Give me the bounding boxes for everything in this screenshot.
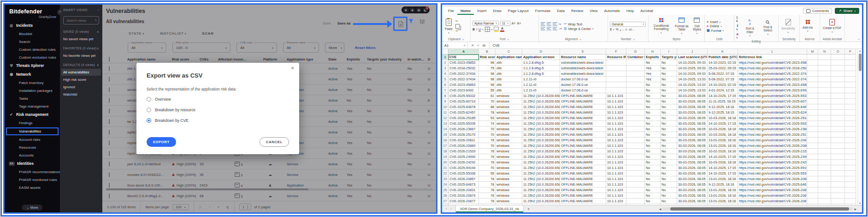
- cell[interactable]: 14-10-2025, 17:15: [708, 121, 738, 127]
- cell[interactable]: No: [661, 132, 677, 138]
- cell[interactable]: windows: [496, 132, 522, 138]
- merge-center-button[interactable]: ▥Merge & Center▾: [564, 27, 594, 30]
- cell[interactable]: [807, 187, 818, 193]
- accounting-format-icon[interactable]: $: [610, 28, 612, 31]
- cell[interactable]: 11 25h2 (10.0.26200.6584: [522, 171, 560, 176]
- cell[interactable]: [831, 187, 845, 193]
- cell[interactable]: [807, 66, 818, 71]
- row-number[interactable]: 9: [442, 99, 449, 104]
- cell[interactable]: OFFLINE-MALWARE: [560, 187, 606, 193]
- font-size-select[interactable]: 11▾: [500, 21, 510, 26]
- cell[interactable]: [818, 149, 831, 154]
- align-top-icon[interactable]: [547, 22, 551, 26]
- row-number[interactable]: 14: [442, 127, 449, 132]
- column-header-i[interactable]: I: [661, 49, 677, 54]
- align-top-icon[interactable]: [541, 22, 545, 26]
- cell[interactable]: [626, 77, 645, 82]
- cell[interactable]: [626, 138, 645, 143]
- cell[interactable]: [831, 182, 845, 187]
- cell[interactable]: 10.1.1.103: [606, 204, 626, 205]
- cell[interactable]: https://nvd.nist.gov/vuln/detail/CVE-202…: [738, 88, 807, 93]
- cell[interactable]: [626, 182, 645, 187]
- cell[interactable]: [818, 77, 831, 82]
- cell[interactable]: 14-10-2025, 13:33: [677, 82, 708, 88]
- sidebar-item-custom-exclusion-rules[interactable]: Custom exclusion rules: [5, 54, 60, 61]
- sidebar-item-network[interactable]: ⬢Network: [5, 70, 60, 79]
- cell[interactable]: [807, 54, 818, 60]
- cell[interactable]: 10.1.1.103: [606, 176, 626, 182]
- cell[interactable]: Yes: [645, 71, 661, 77]
- cell[interactable]: [807, 199, 818, 204]
- cell[interactable]: CVE-2026-24292: [449, 160, 479, 165]
- cell[interactable]: [831, 71, 845, 77]
- row-number[interactable]: 8: [442, 93, 449, 99]
- cell[interactable]: CVE-2023-6992: [449, 88, 479, 93]
- number-format-select[interactable]: General▾: [610, 22, 646, 27]
- cancel-entry-icon[interactable]: ✕: [471, 43, 474, 48]
- cell[interactable]: OFFLINE-MALWARE: [560, 160, 606, 165]
- cell[interactable]: [626, 187, 645, 193]
- cell[interactable]: No: [661, 66, 677, 71]
- cell[interactable]: [807, 204, 818, 205]
- cell[interactable]: vulnerables/web-dvwa:latest: [560, 66, 606, 71]
- cell[interactable]: 11 25h2 (10.0.26200.6584: [522, 132, 560, 138]
- grid-corner[interactable]: [442, 49, 449, 54]
- cell[interactable]: [818, 60, 831, 66]
- cell[interactable]: [807, 132, 818, 138]
- cell[interactable]: CVE-2026-20877: [449, 199, 479, 204]
- cell[interactable]: 14-10-2023, 02:15: [708, 60, 738, 66]
- add-sheet-button[interactable]: +: [524, 207, 533, 211]
- cell[interactable]: [831, 149, 845, 154]
- cell[interactable]: CVE-2026-25170: [449, 132, 479, 138]
- cell[interactable]: [807, 110, 818, 115]
- cell[interactable]: [845, 182, 856, 187]
- cell[interactable]: [807, 121, 818, 127]
- horizontal-scrollbar[interactable]: ◀▶: [659, 207, 856, 211]
- cell[interactable]: 30-03-2026, 08:05: [677, 127, 708, 132]
- orientation-icon[interactable]: ⮡: [559, 22, 561, 26]
- cell[interactable]: windows: [496, 176, 522, 182]
- cell[interactable]: No: [645, 138, 661, 143]
- smart-view-item[interactable]: High risk score: [61, 76, 101, 83]
- cell[interactable]: No: [645, 88, 661, 93]
- insert-function-icon[interactable]: fx: [483, 43, 486, 48]
- cell[interactable]: https://nvd.nist.gov/vuln/detail/CVE-202…: [738, 93, 807, 99]
- columns-settings-icon[interactable]: [419, 19, 425, 24]
- cell[interactable]: No: [645, 104, 661, 110]
- search-views-input[interactable]: [65, 18, 95, 23]
- cell[interactable]: [626, 88, 645, 93]
- cell[interactable]: [845, 199, 856, 204]
- cell[interactable]: [831, 154, 845, 160]
- sensitivity-button[interactable]: Sensitivity▾: [780, 19, 796, 34]
- row-number[interactable]: 23: [442, 176, 449, 182]
- cell[interactable]: 10.1.1.103: [606, 115, 626, 121]
- cell[interactable]: 11 25h2 (10.0.26200.6584: [522, 204, 560, 205]
- cell[interactable]: CVE-2025-64678: [449, 104, 479, 110]
- cell[interactable]: 98: [479, 77, 496, 82]
- cell[interactable]: https://nvd.nist.gov/vuln/detail/CVE-202…: [738, 199, 807, 204]
- fill-button[interactable]: ⬇ ▾: [736, 24, 740, 31]
- cell[interactable]: windows: [496, 199, 522, 204]
- cell[interactable]: windows: [496, 149, 522, 154]
- cell[interactable]: 9-12-2025, 18:16: [708, 104, 738, 110]
- row-number[interactable]: 11: [442, 110, 449, 115]
- cell[interactable]: 10-03-2026, 18:18: [708, 127, 738, 132]
- cell[interactable]: No: [661, 176, 677, 182]
- cell[interactable]: 13-01-2026, 18:16: [708, 138, 738, 143]
- chevron-up-icon[interactable]: ∧: [97, 30, 99, 34]
- cell[interactable]: 30-03-2026, 08:05: [677, 132, 708, 138]
- cell[interactable]: OFFLINE-MALWARE: [560, 193, 606, 199]
- cell[interactable]: No: [661, 138, 677, 143]
- ribbon-tab-data[interactable]: Data: [554, 7, 568, 15]
- cell[interactable]: [807, 176, 818, 182]
- cell[interactable]: 78: [479, 138, 496, 143]
- cell[interactable]: 55: [479, 171, 496, 176]
- wrap-text-button[interactable]: ↩Wrap Text: [564, 22, 594, 26]
- cell[interactable]: [626, 104, 645, 110]
- row-number[interactable]: 24: [442, 182, 449, 187]
- cell[interactable]: https://nvd.nist.gov/vuln/detail/CVE-202…: [738, 193, 807, 199]
- cell[interactable]: 10-02-2026, 18:16: [708, 149, 738, 154]
- cell[interactable]: CVE-2026-25185: [449, 115, 479, 121]
- cell[interactable]: 4-01-2024, 12:15: [708, 88, 738, 93]
- cell[interactable]: [845, 110, 856, 115]
